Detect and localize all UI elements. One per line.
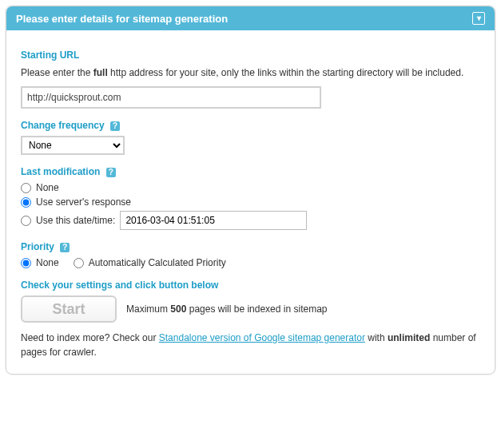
note-text: Need to index more? Check our (21, 332, 159, 343)
change-frequency-select[interactable]: None (21, 136, 125, 155)
starting-url-input[interactable] (21, 86, 321, 109)
panel-title: Please enter details for sitemap generat… (16, 13, 228, 25)
last-modification-heading: Last modification ? (21, 166, 480, 177)
lastmod-server-label[interactable]: Use server's response (36, 196, 131, 208)
panel-header: Please enter details for sitemap generat… (6, 6, 495, 30)
desc-bold: full (93, 67, 108, 78)
start-note: Maximum 500 pages will be indexed in sit… (126, 303, 327, 315)
note-bold: 500 (170, 303, 186, 315)
starting-url-heading: Starting URL (21, 50, 480, 61)
sitemap-panel: Please enter details for sitemap generat… (6, 6, 495, 375)
note-text: Maximum (126, 303, 170, 315)
heading-text: Last modification (21, 166, 100, 177)
heading-text: Priority (21, 241, 54, 252)
priority-none-label[interactable]: None (36, 257, 59, 268)
priority-none-radio[interactable] (21, 258, 31, 268)
lastmod-date-radio[interactable] (21, 216, 31, 226)
note-bold: unlimited (388, 332, 430, 343)
priority-auto-label[interactable]: Automatically Calculated Priority (89, 257, 226, 268)
start-button[interactable]: Start (21, 295, 117, 323)
desc-text: http address for your site, only the lin… (108, 67, 464, 78)
lastmod-server-radio[interactable] (21, 197, 31, 208)
note-text: pages will be indexed in sitemap (186, 303, 327, 315)
priority-heading: Priority ? (21, 241, 480, 252)
help-icon[interactable]: ? (110, 121, 120, 131)
help-icon[interactable]: ? (106, 168, 116, 177)
note-text: with (365, 332, 388, 343)
lastmod-date-label[interactable]: Use this date/time: (36, 215, 115, 226)
help-icon[interactable]: ? (60, 243, 70, 252)
collapse-toggle-icon[interactable]: ▾ (472, 12, 485, 25)
starting-url-description: Please enter the full http address for y… (21, 65, 480, 80)
panel-body: Starting URL Please enter the full http … (6, 30, 495, 374)
standalone-link[interactable]: Standalone version of Google sitemap gen… (159, 332, 365, 343)
desc-text: Please enter the (21, 67, 93, 78)
lastmod-none-label[interactable]: None (36, 182, 59, 193)
lastmod-date-input[interactable] (120, 211, 307, 230)
footer-note: Need to index more? Check our Standalone… (21, 331, 480, 359)
start-heading: Check your settings and click button bel… (21, 280, 480, 291)
priority-auto-radio[interactable] (74, 258, 84, 268)
heading-text: Change frequency (21, 120, 105, 131)
lastmod-none-radio[interactable] (21, 183, 31, 193)
change-frequency-heading: Change frequency ? (21, 120, 480, 131)
